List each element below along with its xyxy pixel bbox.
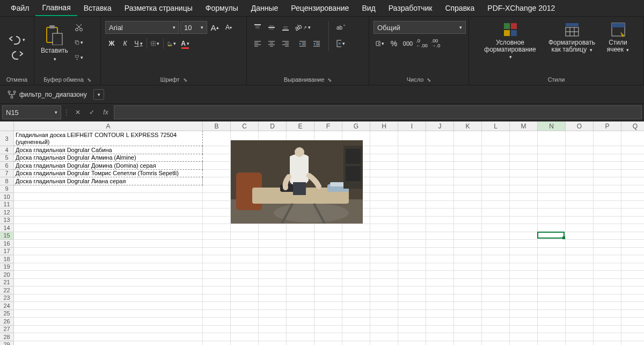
col-header-K[interactable]: K xyxy=(454,121,482,131)
cell-H21[interactable] xyxy=(370,279,398,287)
cell-Q19[interactable] xyxy=(621,263,644,271)
col-header-J[interactable]: J xyxy=(426,121,454,131)
cell-M5[interactable] xyxy=(510,154,538,162)
cell-K10[interactable] xyxy=(454,193,482,201)
cell-J7[interactable] xyxy=(426,170,454,178)
cell-L9[interactable] xyxy=(482,185,510,193)
tab-6[interactable]: Рецензирование xyxy=(284,0,355,16)
cell-H22[interactable] xyxy=(370,286,398,294)
align-dialog-launcher-icon[interactable]: ⬊ xyxy=(327,77,332,83)
cell-O14[interactable] xyxy=(566,224,594,232)
paste-button[interactable]: Вставить▾ xyxy=(38,20,71,67)
cell-D19[interactable] xyxy=(259,263,287,271)
cell-C19[interactable] xyxy=(231,263,259,271)
cell-I6[interactable] xyxy=(398,162,426,170)
cell-I18[interactable] xyxy=(398,255,426,263)
cell-J29[interactable] xyxy=(426,341,454,346)
cell-L22[interactable] xyxy=(482,286,510,294)
cell-J20[interactable] xyxy=(426,271,454,279)
cell-N10[interactable] xyxy=(538,193,566,201)
row-header-25[interactable]: 25 xyxy=(0,310,14,318)
cell-O22[interactable] xyxy=(566,286,594,294)
cell-P7[interactable] xyxy=(594,170,621,178)
row-header-4[interactable]: 4 xyxy=(0,146,14,154)
cell-E26[interactable] xyxy=(287,318,314,326)
cell-I27[interactable] xyxy=(398,326,426,334)
cell-J28[interactable] xyxy=(426,333,454,341)
cell-H14[interactable] xyxy=(370,224,398,232)
col-header-I[interactable]: I xyxy=(398,121,426,131)
cell-I16[interactable] xyxy=(398,240,426,248)
cell-L16[interactable] xyxy=(482,240,510,248)
decrease-font-button[interactable]: A▾ xyxy=(222,21,235,34)
cell-J27[interactable] xyxy=(426,326,454,334)
col-header-C[interactable]: C xyxy=(231,121,259,131)
cell-G25[interactable] xyxy=(342,310,370,318)
row-header-3[interactable]: 3 xyxy=(0,131,14,146)
cell-N16[interactable] xyxy=(538,240,566,248)
cell-D26[interactable] xyxy=(259,318,287,326)
cell-P20[interactable] xyxy=(594,271,621,279)
cell-E17[interactable] xyxy=(287,248,314,256)
cell-B26[interactable] xyxy=(203,318,231,326)
col-header-D[interactable]: D xyxy=(259,121,287,131)
cell-P17[interactable] xyxy=(594,248,621,256)
cell-A6[interactable]: Доска гладильная Dogrular Домина (Domina… xyxy=(14,162,203,170)
cell-O26[interactable] xyxy=(566,318,594,326)
row-header-22[interactable]: 22 xyxy=(0,286,14,294)
cell-G18[interactable] xyxy=(342,255,370,263)
spreadsheet-grid[interactable]: ABCDEFGHIJKLMNOPQ 3456789101112131415161… xyxy=(0,121,644,345)
cell-N27[interactable] xyxy=(538,326,566,334)
cell-M27[interactable] xyxy=(510,326,538,334)
cell-F27[interactable] xyxy=(314,326,342,334)
cell-Q5[interactable] xyxy=(621,154,644,162)
cell-A4[interactable]: Доска гладильная Dogrular Сабина xyxy=(14,146,203,154)
cell-D29[interactable] xyxy=(259,341,287,346)
cell-C26[interactable] xyxy=(231,318,259,326)
cell-J12[interactable] xyxy=(426,209,454,217)
cell-D23[interactable] xyxy=(259,294,287,303)
row-header-21[interactable]: 21 xyxy=(0,279,14,287)
cell-O7[interactable] xyxy=(566,170,594,178)
cell-B18[interactable] xyxy=(203,255,231,263)
cell-P24[interactable] xyxy=(594,302,621,310)
cell-K29[interactable] xyxy=(454,341,482,346)
cell-M3[interactable] xyxy=(510,131,538,146)
cell-K15[interactable] xyxy=(454,232,482,240)
cell-I22[interactable] xyxy=(398,286,426,294)
cell-I10[interactable] xyxy=(398,193,426,201)
cell-H5[interactable] xyxy=(370,154,398,162)
cell-J9[interactable] xyxy=(426,185,454,193)
currency-button[interactable]: ▾ xyxy=(374,37,386,50)
cell-D27[interactable] xyxy=(259,326,287,334)
cell-G22[interactable] xyxy=(342,286,370,294)
cell-H28[interactable] xyxy=(370,333,398,341)
cell-K14[interactable] xyxy=(454,224,482,232)
cell-M20[interactable] xyxy=(510,271,538,279)
cell-B11[interactable] xyxy=(203,201,231,209)
cell-L20[interactable] xyxy=(482,271,510,279)
cell-N12[interactable] xyxy=(538,209,566,217)
cell-F20[interactable] xyxy=(314,271,342,279)
underline-button[interactable]: Ч▾ xyxy=(132,37,145,50)
cell-M22[interactable] xyxy=(510,286,538,294)
cell-N19[interactable] xyxy=(538,263,566,271)
cell-L23[interactable] xyxy=(482,294,510,303)
row-header-9[interactable]: 9 xyxy=(0,185,14,193)
merge-button[interactable]: ▾ xyxy=(334,37,347,50)
cell-I17[interactable] xyxy=(398,248,426,256)
row-header-11[interactable]: 11 xyxy=(0,201,14,209)
row-header-19[interactable]: 19 xyxy=(0,263,14,271)
cell-I19[interactable] xyxy=(398,263,426,271)
cell-N14[interactable] xyxy=(538,224,566,232)
cell-P23[interactable] xyxy=(594,294,621,303)
cell-P10[interactable] xyxy=(594,193,621,201)
format-as-table-button[interactable]: Форматировать как таблицу ▾ xyxy=(543,20,601,55)
cell-I12[interactable] xyxy=(398,209,426,217)
cell-O5[interactable] xyxy=(566,154,594,162)
cell-O3[interactable] xyxy=(566,131,594,146)
cell-N22[interactable] xyxy=(538,286,566,294)
cell-J23[interactable] xyxy=(426,294,454,303)
cell-Q3[interactable] xyxy=(621,131,644,146)
cell-P22[interactable] xyxy=(594,286,621,294)
